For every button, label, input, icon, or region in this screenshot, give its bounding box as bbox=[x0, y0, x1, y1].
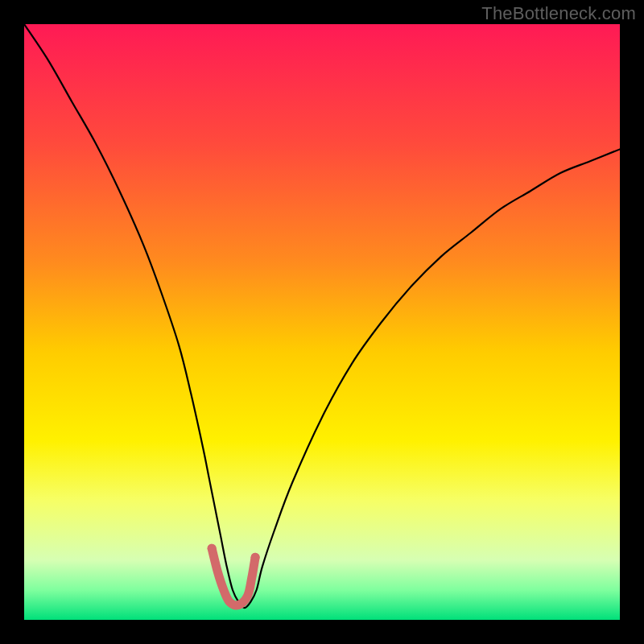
watermark-label: TheBottleneck.com bbox=[481, 3, 636, 24]
chart-background bbox=[24, 24, 620, 620]
series-optimal-marker-endpoint bbox=[251, 553, 260, 562]
chart-frame: TheBottleneck.com bbox=[0, 0, 644, 644]
bottleneck-chart bbox=[24, 24, 620, 620]
series-optimal-marker-endpoint bbox=[208, 544, 217, 553]
chart-svg bbox=[24, 24, 620, 620]
